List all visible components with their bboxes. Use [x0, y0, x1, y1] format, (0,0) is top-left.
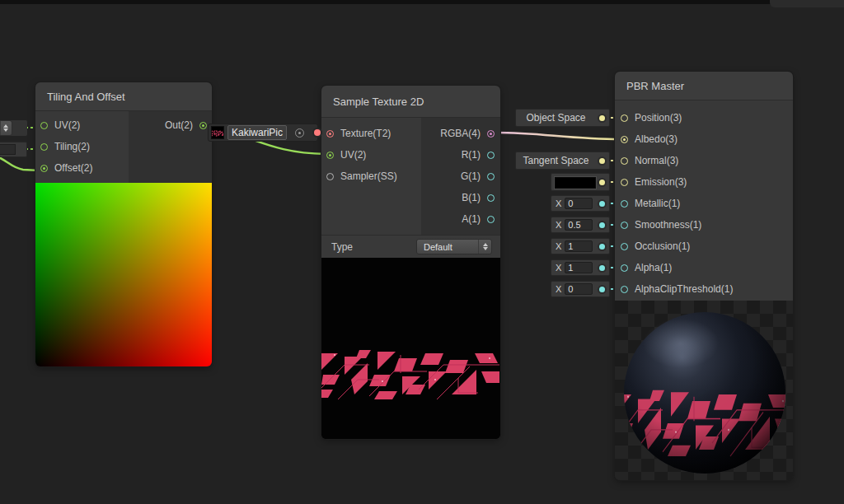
port-row: Smoothness(1) [621, 214, 793, 236]
inputs-column: Texture(T2) UV(2) Sampler(SS) [321, 118, 421, 235]
normal-space-value: Tangent Space [523, 155, 588, 166]
node-tiling-and-offset[interactable]: Tiling And Offset UV(2) Tiling(2) Offset… [35, 82, 212, 366]
smoothness-value-field[interactable]: 0.5 [565, 219, 593, 231]
occlusion-default-dot[interactable] [599, 244, 605, 250]
exposed-toggle-icon[interactable] [295, 128, 304, 138]
node-title-bar[interactable]: Tiling And Offset [35, 82, 212, 111]
node-title: PBR Master [626, 80, 684, 92]
dropdown-arrows-icon [478, 240, 491, 254]
port-row: Tiling(2) [40, 136, 129, 157]
alphaclipthreshold-value-widget[interactable]: X 0 [551, 281, 610, 297]
port-alpha-in[interactable] [621, 264, 628, 272]
port-row: Albedo(3) [621, 128, 793, 150]
port-label: RGBA(4) [440, 128, 481, 139]
port-offset2-in[interactable] [40, 165, 48, 172]
emission-color-swatch[interactable] [555, 177, 596, 189]
port-alphaclipthreshold-in[interactable] [621, 286, 628, 293]
port-label: UV(2) [340, 149, 366, 161]
port-rgba-out[interactable] [487, 130, 495, 138]
port-a-out[interactable] [487, 216, 495, 223]
port-texture-in[interactable] [326, 130, 334, 138]
material-sphere-preview [615, 301, 793, 480]
property-name-field[interactable]: KakiwariPic [227, 125, 287, 140]
tiling-default-widget[interactable] [0, 142, 27, 157]
sphere-preview-image [615, 301, 793, 480]
alphaclipthreshold-value-field[interactable]: 0 [565, 283, 593, 295]
metallic-default-dot[interactable] [599, 201, 605, 207]
normal-default-dot[interactable] [599, 158, 605, 164]
port-row: Position(3) [621, 107, 793, 128]
port-row: Metallic(1) [621, 193, 793, 214]
node-title-bar[interactable]: Sample Texture 2D [321, 86, 500, 118]
port-row: Texture(T2) [326, 123, 421, 144]
alphaclipthreshold-default-dot[interactable] [599, 287, 605, 292]
shader-graph-canvas[interactable]: Tiling And Offset UV(2) Tiling(2) Offset… [0, 0, 844, 504]
normal-space-dropdown[interactable]: Tangent Space [515, 152, 610, 170]
uv-channel-widget[interactable] [0, 120, 27, 136]
metallic-value-field[interactable]: 0 [565, 198, 593, 209]
port-row: Normal(3) [621, 150, 793, 171]
node-pbr-master[interactable]: PBR Master Position(3) Albedo(3) Normal(… [615, 72, 793, 480]
type-dropdown[interactable]: Default [416, 239, 492, 254]
port-uv-in[interactable] [326, 152, 334, 159]
port-position-in[interactable] [621, 114, 628, 122]
node-body: Texture(T2) UV(2) Sampler(SS) RGBA(4) R(… [321, 118, 500, 235]
occlusion-value-widget[interactable]: X 1 [551, 238, 610, 254]
position-default-dot[interactable] [599, 115, 605, 121]
smoothness-value-widget[interactable]: X 0.5 [551, 217, 610, 233]
port-label: G(1) [461, 170, 481, 182]
node-title: Sample Texture 2D [333, 96, 424, 108]
port-metallic-in[interactable] [621, 200, 628, 208]
property-output-dot[interactable] [314, 129, 321, 136]
alpha-default-dot[interactable] [599, 265, 605, 271]
x-prefix: X [556, 198, 561, 208]
inputs-column: UV(2) Tiling(2) Offset(2) [35, 111, 129, 183]
port-label: R(1) [462, 149, 481, 161]
port-row: Emission(3) [621, 171, 793, 193]
smoothness-default-dot[interactable] [599, 222, 605, 228]
texture-thumbnail [211, 126, 224, 139]
port-row: UV(2) [326, 144, 421, 166]
port-albedo-in[interactable] [621, 136, 628, 143]
property-node-kakiwaripic[interactable]: KakiwariPic [208, 124, 318, 142]
port-label: Texture(T2) [340, 128, 391, 139]
position-space-value: Object Space [526, 112, 585, 124]
metallic-value-widget[interactable]: X 0 [551, 195, 610, 212]
smoothness-value: 0.5 [568, 220, 580, 230]
port-tiling2-in[interactable] [40, 143, 48, 151]
port-normal-in[interactable] [621, 157, 628, 165]
tiling-value-field[interactable] [0, 144, 16, 155]
port-g-out[interactable] [487, 173, 495, 180]
port-label: Alpha(1) [635, 262, 672, 273]
port-label: Normal(3) [635, 155, 678, 166]
type-row: Type Default [321, 235, 500, 258]
port-b-out[interactable] [487, 194, 495, 202]
port-emission-in[interactable] [621, 179, 628, 186]
wire-offset-input[interactable] [0, 156, 40, 170]
port-uv2-in[interactable] [40, 122, 48, 129]
node-title: Tiling And Offset [47, 91, 125, 103]
port-label: Tiling(2) [54, 141, 90, 152]
emission-default-dot[interactable] [599, 180, 605, 185]
position-space-dropdown[interactable]: Object Space [515, 109, 610, 127]
node-title-bar[interactable]: PBR Master [615, 72, 793, 100]
port-label: Sampler(SS) [340, 170, 397, 182]
port-label: B(1) [462, 192, 481, 203]
port-r-out[interactable] [487, 152, 495, 159]
node-sample-texture-2d[interactable]: Sample Texture 2D Texture(T2) UV(2) Samp… [321, 86, 500, 439]
alpha-value-field[interactable]: 1 [565, 262, 593, 273]
port-out2[interactable] [199, 122, 207, 129]
uv-channel-dropdown[interactable] [0, 120, 12, 136]
port-label: Metallic(1) [635, 198, 680, 209]
port-label: UV(2) [54, 119, 80, 131]
node-body: UV(2) Tiling(2) Offset(2) Out(2) [35, 111, 212, 183]
wire-rgba-to-albedo[interactable] [490, 133, 621, 139]
alpha-value-widget[interactable]: X 1 [551, 259, 610, 276]
port-occlusion-in[interactable] [621, 243, 628, 250]
emission-color-widget[interactable] [551, 173, 610, 191]
port-row: Occlusion(1) [621, 236, 793, 257]
port-sampler-in[interactable] [326, 173, 334, 180]
port-smoothness-in[interactable] [621, 222, 628, 229]
port-label: Occlusion(1) [635, 240, 690, 252]
occlusion-value-field[interactable]: 1 [565, 240, 593, 252]
